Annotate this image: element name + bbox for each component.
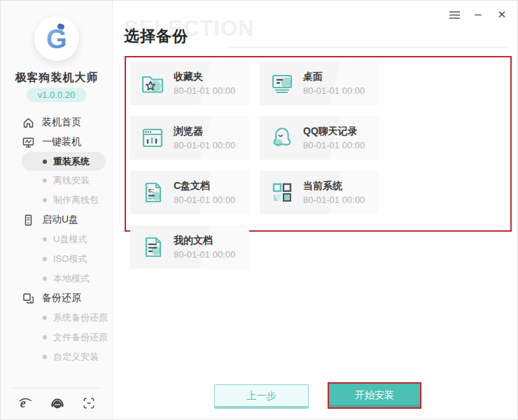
bullet-icon	[43, 355, 47, 359]
sidebar-item-usb-mode[interactable]: U盘模式	[1, 230, 113, 249]
sidebar-item-label: ISO模式	[53, 253, 87, 265]
sidebar-menu: 装机首页 一键装机 重装系统 离线安装 制作离线包 启动U盘 U盘模式 ISO	[1, 113, 113, 367]
my-doc-icon	[139, 233, 167, 261]
backup-selection-grid: 收藏夹 80-01-01 00:00 桌面 80-01-01 00:00	[125, 56, 512, 232]
bullet-icon	[43, 237, 47, 241]
backup-restore-icon	[22, 293, 34, 304]
sidebar-item-file-backup-restore[interactable]: 文件备份还原	[1, 328, 113, 347]
ie-browser-icon[interactable]: e	[18, 396, 33, 411]
folder-star-icon	[139, 69, 167, 97]
backup-item-name: 桌面	[303, 71, 365, 83]
sidebar-item-one-key-install[interactable]: 一键装机	[1, 132, 113, 152]
sidebar-item-label: 制作离线包	[53, 194, 99, 206]
qr-scan-icon[interactable]	[82, 396, 96, 410]
sidebar-item-reinstall-system[interactable]: 重装系统	[22, 152, 106, 171]
home-icon	[22, 117, 34, 129]
backup-card-my-documents[interactable]: 我的文档 80-01-01 00:00	[130, 225, 249, 269]
usb-drive-icon	[22, 214, 34, 226]
start-install-button[interactable]: 开始安装	[328, 382, 421, 409]
bullet-icon	[43, 257, 47, 261]
bullet-icon	[43, 335, 47, 340]
sidebar: G 极客狗装机大师 v1.0.0.20 装机首页 一键装机 重装系统 离线安装 …	[1, 1, 113, 420]
sidebar-item-offline-install[interactable]: 离线安装	[1, 171, 113, 190]
backup-card-c-drive-docs[interactable]: c: C盘文档 80-01-01 00:00	[130, 171, 249, 214]
title-divider	[226, 47, 509, 48]
sidebar-item-iso-mode[interactable]: ISO模式	[1, 249, 113, 269]
sidebar-item-system-backup-restore[interactable]: 系统备份还原	[1, 308, 113, 328]
desktop-icon	[268, 69, 296, 97]
backup-item-time: 80-01-01 00:00	[303, 195, 365, 205]
svg-text:c:: c:	[148, 187, 154, 194]
backup-item-time: 80-01-01 00:00	[174, 195, 235, 205]
version-badge: v1.0.0.20	[27, 88, 87, 102]
sidebar-item-label: 系统备份还原	[53, 312, 108, 324]
page-title: 选择备份	[124, 26, 188, 47]
sidebar-item-local-mode[interactable]: 本地模式	[1, 269, 113, 288]
backup-item-time: 80-01-01 00:00	[303, 140, 365, 150]
backup-item-time: 80-01-01 00:00	[174, 249, 235, 260]
backup-item-name: 浏览器	[174, 125, 235, 138]
hamburger-menu-icon	[449, 11, 460, 19]
backup-item-name: 我的文档	[174, 234, 235, 247]
window-controls: − ✕	[447, 8, 509, 22]
backup-item-time: 80-01-01 00:00	[174, 140, 235, 150]
app-logo: G	[34, 16, 79, 61]
backup-item-time: 80-01-01 00:00	[174, 85, 235, 96]
backup-card-desktop[interactable]: 桌面 80-01-01 00:00	[260, 62, 379, 105]
sidebar-item-label: 启动U盘	[42, 214, 78, 226]
backup-item-name: C盘文档	[174, 180, 235, 192]
sidebar-item-label: U盘模式	[53, 233, 87, 246]
system-grid-icon	[268, 178, 296, 206]
dog-g-logo-icon: G	[41, 22, 73, 55]
sidebar-item-backup-restore[interactable]: 备份还原	[1, 288, 113, 308]
previous-step-button[interactable]: 上一步	[214, 384, 309, 409]
sidebar-item-boot-usb[interactable]: 启动U盘	[1, 210, 113, 230]
bullet-icon	[43, 198, 47, 202]
sidebar-item-label: 重装系统	[53, 155, 90, 168]
app-name: 极客狗装机大师	[1, 71, 113, 85]
bullet-icon	[43, 160, 47, 164]
browser-icon	[139, 124, 167, 152]
backup-card-favorites[interactable]: 收藏夹 80-01-01 00:00	[130, 62, 249, 105]
backup-item-name: 收藏夹	[174, 71, 235, 83]
c-drive-doc-icon: c:	[139, 178, 167, 206]
backup-card-qq-chat[interactable]: QQ聊天记录 80-01-01 00:00	[260, 116, 379, 160]
backup-item-time: 80-01-01 00:00	[303, 85, 365, 96]
qq-icon	[268, 124, 296, 152]
sidebar-item-label: 文件备份还原	[53, 331, 108, 344]
window-minimize-button[interactable]: −	[471, 8, 485, 22]
sidebar-item-label: 备份还原	[42, 292, 81, 304]
sidebar-item-label: 装机首页	[42, 116, 81, 129]
bullet-icon	[43, 316, 47, 320]
customer-service-icon[interactable]	[50, 396, 65, 411]
backup-item-name: 当前系统	[303, 180, 365, 192]
window-menu-button[interactable]	[447, 8, 461, 22]
app-window: { "colors": { "accent_teal": "#4cc0b2", …	[0, 0, 518, 420]
sidebar-footer-divider	[12, 388, 102, 388]
sidebar-item-label: 一键装机	[42, 136, 81, 148]
sidebar-item-label: 离线安装	[53, 174, 90, 187]
sidebar-item-home[interactable]: 装机首页	[1, 113, 113, 132]
svg-text:G: G	[46, 24, 67, 54]
sidebar-item-make-offline-pack[interactable]: 制作离线包	[1, 190, 113, 210]
backup-item-name: QQ聊天记录	[303, 125, 365, 138]
bullet-icon	[43, 276, 47, 281]
window-close-button[interactable]: ✕	[495, 8, 509, 22]
sidebar-item-label: 自定义安装	[53, 351, 99, 363]
backup-card-current-system[interactable]: 当前系统 80-01-01 00:00	[260, 171, 379, 214]
sidebar-item-label: 本地模式	[53, 272, 90, 285]
monitor-icon	[22, 136, 34, 148]
backup-card-browser[interactable]: 浏览器 80-01-01 00:00	[130, 116, 249, 160]
sidebar-footer: e	[1, 391, 113, 415]
bullet-icon	[43, 178, 47, 183]
sidebar-item-custom-install[interactable]: 自定义安装	[1, 347, 113, 367]
